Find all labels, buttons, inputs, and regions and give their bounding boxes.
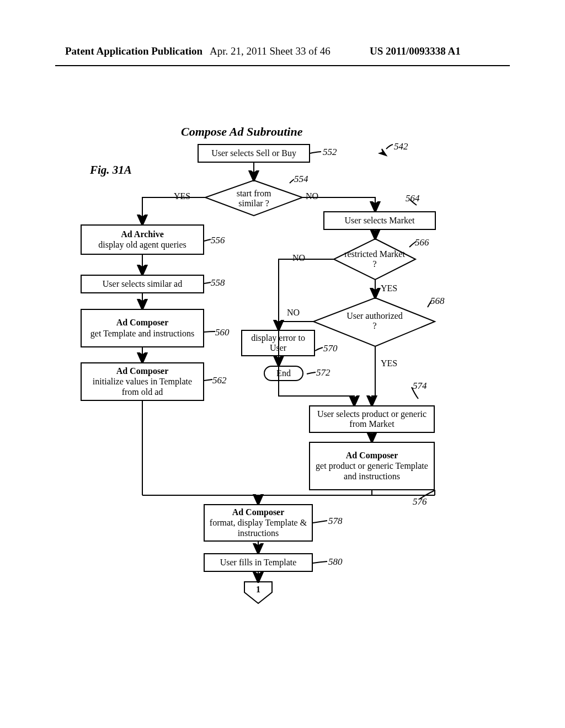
ref-576: 576 [413, 496, 427, 507]
node-ad-composer-get-product-template: Ad Composer get product or generic Templ… [309, 442, 435, 490]
node-564-text: User selects Market [344, 216, 414, 226]
node-574-text: User selects product or generic from Mar… [312, 409, 431, 430]
node-ad-composer-get-template: Ad Composer get Template and instruction… [81, 309, 204, 347]
node-user-selects-product: User selects product or generic from Mar… [309, 405, 435, 433]
node-user-selects-market: User selects Market [323, 211, 436, 230]
ref-572: 572 [316, 367, 331, 378]
page: Patent Application Publication Apr. 21, … [0, 0, 565, 728]
node-578-body: format, display Template & instructions [207, 518, 310, 538]
node-556-body: display old agent queries [98, 240, 186, 250]
header-left: Patent Application Publication [65, 45, 202, 57]
node-566-text: restricted Market ? [344, 249, 406, 270]
node-ad-composer-format-display: Ad Composer format, display Template & i… [204, 504, 313, 542]
node-restricted-market-text: restricted Market ? [342, 248, 408, 270]
label-yes-566: YES [381, 283, 397, 293]
node-570-text: display error to User [244, 333, 312, 354]
ref-564: 564 [406, 193, 420, 204]
header-right: US 2011/0093338 A1 [370, 45, 461, 57]
ref-574: 574 [413, 381, 427, 392]
node-ad-archive: Ad Archive display old agent queries [81, 224, 204, 255]
ref-542: 542 [394, 141, 408, 152]
node-558-text: User selects similar ad [103, 279, 182, 289]
label-yes-568: YES [381, 358, 397, 368]
node-576-body: get product or generic Template and inst… [312, 461, 431, 481]
node-560-body: get Template and instructions [90, 329, 194, 339]
ref-558: 558 [211, 277, 225, 288]
node-user-authorized-text: User authorized ? [342, 310, 408, 332]
ref-552: 552 [323, 147, 337, 158]
header-mid: Apr. 21, 2011 Sheet 33 of 46 [210, 45, 331, 57]
node-576-heading: Ad Composer [346, 451, 398, 461]
ref-568: 568 [430, 296, 445, 307]
ref-554: 554 [294, 174, 308, 185]
node-560-heading: Ad Composer [116, 318, 169, 328]
node-ad-composer-init-values: Ad Composer initialize values in Templat… [81, 362, 204, 401]
node-end-text: End [276, 368, 291, 378]
ref-566: 566 [415, 237, 429, 248]
label-yes-554: YES [174, 191, 190, 201]
node-display-error: display error to User [241, 330, 315, 356]
node-end: End [264, 366, 303, 381]
node-568-text: User authorized ? [344, 311, 406, 331]
node-start-from-similar-text: start from similar ? [226, 188, 281, 210]
node-552-text: User selects Sell or Buy [211, 148, 296, 158]
diagram-title: Compose Ad Subroutine [181, 125, 302, 139]
node-578-heading: Ad Composer [232, 507, 285, 517]
label-no-568: NO [287, 308, 300, 318]
ref-562: 562 [212, 375, 227, 386]
node-562-body: initialize values in Template from old a… [84, 377, 201, 397]
node-user-selects-similar-ad: User selects similar ad [81, 275, 204, 293]
ref-580: 580 [328, 556, 343, 568]
node-user-fills-template: User fills in Template [204, 553, 313, 572]
node-554-text: start from similar ? [228, 189, 279, 209]
ref-556: 556 [211, 235, 225, 246]
offpage-label: 1 [256, 585, 260, 595]
svg-marker-0 [380, 149, 386, 156]
label-no-554: NO [306, 191, 318, 201]
node-user-selects-sell-buy: User selects Sell or Buy [198, 144, 310, 163]
node-562-heading: Ad Composer [116, 366, 169, 376]
node-580-text: User fills in Template [220, 558, 297, 568]
header-rule [55, 65, 510, 66]
node-556-heading: Ad Archive [121, 229, 163, 239]
figure-label: Fig. 31A [90, 163, 132, 177]
ref-578: 578 [328, 516, 343, 527]
ref-560: 560 [215, 327, 230, 338]
label-no-566: NO [292, 253, 305, 263]
ref-570: 570 [323, 343, 338, 354]
